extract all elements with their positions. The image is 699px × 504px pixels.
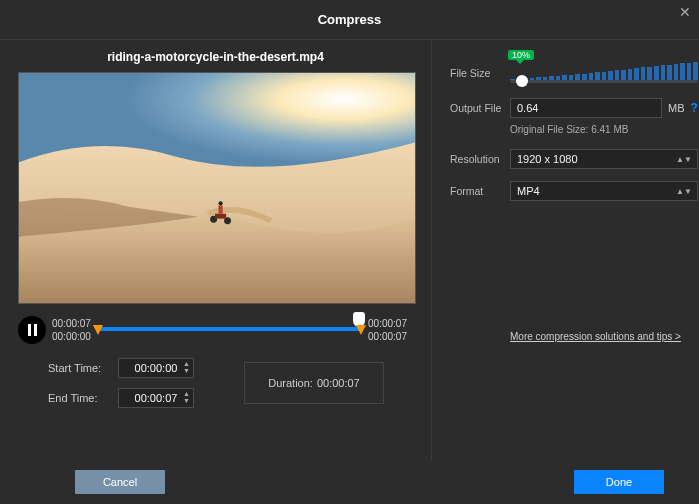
help-icon[interactable]: ? bbox=[691, 101, 698, 115]
start-time-label: Start Time: bbox=[48, 362, 108, 374]
filesize-label: File Size bbox=[450, 67, 510, 79]
total-time: 00:00:07 bbox=[368, 318, 407, 329]
pause-button[interactable] bbox=[18, 316, 46, 344]
output-size-input[interactable] bbox=[510, 98, 662, 118]
dialog-title: Compress bbox=[318, 12, 382, 27]
start-time-field: Start Time: 00:00:00 ▲▼ bbox=[48, 358, 194, 378]
slider-track bbox=[510, 80, 698, 83]
start-marker-time: 00:00:00 bbox=[52, 331, 91, 342]
cancel-button[interactable]: Cancel bbox=[75, 470, 165, 494]
footer: Cancel Done bbox=[0, 460, 699, 504]
format-value: MP4 bbox=[517, 185, 540, 197]
seek-bar[interactable] bbox=[97, 316, 362, 344]
format-row: Format MP4 ▲▼ bbox=[450, 181, 698, 201]
duration-label: Duration: bbox=[268, 377, 313, 389]
end-time-label: End Time: bbox=[48, 392, 108, 404]
preview-image bbox=[19, 73, 415, 303]
chevron-updown-icon: ▲▼ bbox=[676, 188, 692, 195]
filename-label: riding-a-motorcycle-in-the-desert.mp4 bbox=[18, 50, 413, 64]
trim-start-handle[interactable] bbox=[93, 325, 103, 335]
resolution-value: 1920 x 1080 bbox=[517, 153, 578, 165]
filesize-row: File Size 10% bbox=[450, 60, 698, 86]
close-icon[interactable]: ✕ bbox=[679, 4, 691, 20]
output-label: Output File bbox=[450, 102, 510, 114]
filesize-bars bbox=[510, 62, 698, 80]
video-preview[interactable] bbox=[18, 72, 416, 304]
svg-point-5 bbox=[218, 201, 222, 205]
start-time-value: 00:00:00 bbox=[135, 362, 178, 374]
trim-row: Start Time: 00:00:00 ▲▼ End Time: 00:00:… bbox=[18, 358, 413, 408]
resolution-select[interactable]: 1920 x 1080 ▲▼ bbox=[510, 149, 698, 169]
main-content: riding-a-motorcycle-in-the-desert.mp4 bbox=[0, 40, 699, 460]
trim-end-handle[interactable] bbox=[356, 325, 366, 335]
stepper-arrows-icon[interactable]: ▲▼ bbox=[183, 390, 190, 404]
seek-track bbox=[97, 327, 362, 331]
resolution-label: Resolution bbox=[450, 153, 510, 165]
player-controls: 00:00:07 00:00:00 00:00:07 00:00:07 bbox=[18, 316, 413, 344]
end-time-value: 00:00:07 bbox=[135, 392, 178, 404]
time-left: 00:00:07 00:00:00 bbox=[52, 318, 91, 342]
done-button[interactable]: Done bbox=[574, 470, 664, 494]
format-label: Format bbox=[450, 185, 510, 197]
output-unit: MB bbox=[668, 102, 685, 114]
format-select[interactable]: MP4 ▲▼ bbox=[510, 181, 698, 201]
filesize-percent-badge: 10% bbox=[508, 50, 534, 60]
filesize-slider[interactable]: 10% bbox=[510, 60, 698, 86]
left-panel: riding-a-motorcycle-in-the-desert.mp4 bbox=[0, 40, 432, 460]
tips-link[interactable]: More compression solutions and tips > bbox=[510, 331, 681, 342]
svg-rect-4 bbox=[218, 205, 222, 213]
slider-thumb[interactable] bbox=[516, 75, 528, 87]
stepper-arrows-icon[interactable]: ▲▼ bbox=[183, 360, 190, 374]
current-time: 00:00:07 bbox=[52, 318, 91, 329]
original-size-label: Original File Size: 6.41 MB bbox=[510, 124, 698, 135]
right-panel: File Size 10% Output File MB ? Original … bbox=[432, 40, 699, 460]
duration-box: Duration: 00:00:07 bbox=[244, 362, 384, 404]
duration-value: 00:00:07 bbox=[317, 377, 360, 389]
end-time-field: End Time: 00:00:07 ▲▼ bbox=[48, 388, 194, 408]
output-row: Output File MB ? bbox=[450, 98, 698, 118]
resolution-row: Resolution 1920 x 1080 ▲▼ bbox=[450, 149, 698, 169]
svg-rect-3 bbox=[215, 214, 226, 219]
end-marker-time: 00:00:07 bbox=[368, 331, 407, 342]
chevron-updown-icon: ▲▼ bbox=[676, 156, 692, 163]
start-time-input[interactable]: 00:00:00 ▲▼ bbox=[118, 358, 194, 378]
end-time-input[interactable]: 00:00:07 ▲▼ bbox=[118, 388, 194, 408]
trim-inputs: Start Time: 00:00:00 ▲▼ End Time: 00:00:… bbox=[48, 358, 194, 408]
time-right: 00:00:07 00:00:07 bbox=[368, 318, 407, 342]
pause-icon bbox=[28, 324, 37, 336]
title-bar: Compress ✕ bbox=[0, 0, 699, 40]
